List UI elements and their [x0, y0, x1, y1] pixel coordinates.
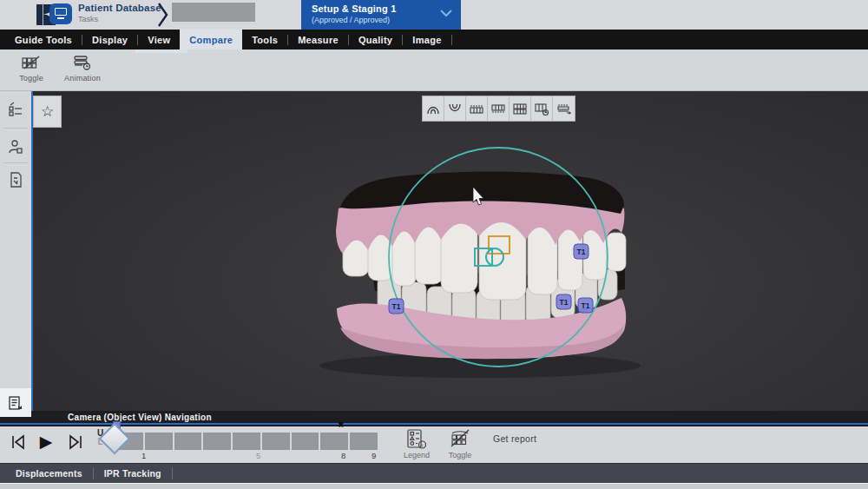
menu-divider: [451, 35, 452, 45]
tab-quality[interactable]: Quality: [349, 30, 402, 50]
svg-text:T1: T1: [577, 248, 586, 256]
patient-name-redacted: [172, 3, 255, 22]
tooth-label-badge[interactable]: T1: [389, 299, 404, 314]
app-window: Patient Database Tasks Setup & Staging 1…: [0, 0, 868, 489]
patient-database-title: Patient Database: [78, 3, 161, 13]
3d-viewport[interactable]: T1 T1 T1 T1: [33, 91, 868, 411]
lower-teeth-row-icon[interactable]: [488, 96, 510, 121]
svg-text:T1: T1: [560, 298, 569, 307]
favorite-view-button[interactable]: ☆: [33, 96, 62, 128]
skip-to-start-button[interactable]: [7, 431, 30, 453]
stage-tick-5: 5: [256, 451, 260, 460]
patient-database-section[interactable]: Patient Database Tasks: [78, 3, 161, 23]
main-area: T1 T1 T1 T1: [0, 91, 868, 411]
stage-segment[interactable]: [262, 433, 290, 450]
view-toggle-toolbar: [422, 96, 575, 122]
camera-navigation-bar: Camera (Object View) Navigation: [0, 411, 868, 425]
checklist-icon: [7, 102, 24, 119]
stage-segment[interactable]: [350, 433, 378, 450]
sidebar-divider: [3, 162, 28, 163]
stage-tick-8: 8: [341, 451, 345, 460]
top-bar: Patient Database Tasks Setup & Staging 1…: [0, 0, 868, 30]
tab-compare[interactable]: Compare: [180, 30, 242, 50]
tab-ipr-tracking[interactable]: IPR Tracking: [94, 464, 172, 483]
ribbon-toolbar: Toggle Animation: [0, 50, 868, 91]
screen-bottom-edge: [0, 483, 868, 489]
stage-segment[interactable]: [320, 433, 348, 450]
occlusion-rows-icon[interactable]: [510, 96, 531, 121]
tab-displacements[interactable]: Displacements: [5, 464, 93, 483]
star-icon: ☆: [41, 102, 54, 121]
teeth-compare-icon[interactable]: [531, 96, 553, 121]
topbar-divider: [43, 3, 43, 26]
stage-segment[interactable]: [203, 433, 231, 450]
tab-view[interactable]: View: [138, 30, 180, 50]
lower-arch-icon[interactable]: [444, 96, 466, 121]
toggle-teeth-slash-icon: [449, 428, 471, 450]
stage-segment[interactable]: [174, 433, 202, 450]
play-button[interactable]: ▶: [35, 431, 57, 453]
stage-segment[interactable]: [292, 433, 319, 450]
document-icon: [7, 171, 24, 188]
ribbon-animation-label: Animation: [57, 74, 108, 83]
toggle-teeth-icon: [21, 55, 42, 70]
sidebar-report-panel-button[interactable]: [0, 388, 31, 417]
stage-segment[interactable]: [233, 433, 260, 450]
tooth-label-badge[interactable]: T1: [578, 298, 593, 313]
active-tab-connector: [135, 50, 187, 53]
monitor-stand-glyph: [57, 17, 64, 19]
legend-label: Legend: [398, 451, 436, 459]
tooth-label-badge[interactable]: T1: [574, 244, 589, 259]
animation-icon: [72, 55, 93, 70]
skip-to-end-button[interactable]: [64, 431, 87, 453]
monitor-glyph: [55, 8, 67, 16]
ribbon-toggle-button[interactable]: Toggle: [10, 55, 52, 83]
tab-tools[interactable]: Tools: [242, 30, 287, 50]
stage-timeline-bar: ▶ U L ✖ 1 5 8 9: [0, 426, 868, 463]
tab-image[interactable]: Image: [403, 30, 450, 50]
dental-model-canvas: T1 T1 T1 T1: [33, 91, 868, 411]
stage-selector[interactable]: Setup & Staging 1 (Approved / Approved): [301, 0, 461, 30]
svg-text:T1: T1: [392, 302, 401, 311]
stage-selector-title: Setup & Staging 1: [312, 3, 397, 14]
ribbon-toggle-label: Toggle: [10, 74, 52, 83]
get-report-button[interactable]: Get report: [493, 433, 536, 444]
tab-guide-tools[interactable]: Guide Tools: [5, 30, 82, 50]
timeline-toggle-label: Toggle: [441, 451, 479, 459]
tab-display[interactable]: Display: [82, 30, 137, 50]
legend-button[interactable]: i Legend: [398, 428, 436, 459]
tooth-label-badge[interactable]: T1: [556, 294, 571, 309]
report-panel-icon: [7, 394, 24, 412]
svg-text:T1: T1: [582, 301, 590, 310]
left-sidebar: [0, 91, 31, 411]
stage-segments-track: [115, 433, 378, 450]
stage-list-icon[interactable]: [553, 96, 575, 121]
menu-bar: Guide Tools Display View Compare Tools M…: [0, 30, 868, 50]
patient-icon: [7, 138, 24, 155]
sidebar-patient-button[interactable]: [0, 131, 31, 162]
sidebar-plan-list-button[interactable]: [0, 95, 31, 126]
stage-tick-9: 9: [372, 451, 376, 460]
legend-icon: i: [405, 428, 428, 450]
ribbon-animation-button[interactable]: Animation: [57, 55, 108, 83]
patient-database-icon[interactable]: [49, 3, 72, 24]
sidebar-document-button[interactable]: [0, 164, 31, 195]
stage-segment[interactable]: [145, 433, 173, 450]
svg-text:i: i: [422, 443, 423, 448]
stage-tick-1: 1: [141, 451, 146, 460]
tab-measure[interactable]: Measure: [288, 30, 348, 50]
timeline-toggle-button[interactable]: Toggle: [441, 428, 479, 459]
sidebar-divider: [3, 128, 28, 129]
play-icon: ▶: [40, 433, 53, 452]
stage-end-marker[interactable]: ✖: [338, 420, 345, 429]
upper-arch-icon[interactable]: [423, 96, 444, 121]
chevron-down-icon: [440, 10, 452, 17]
breadcrumb-chevron-icon: [158, 3, 168, 27]
upper-teeth-row-icon[interactable]: [466, 96, 488, 121]
bottom-tab-divider: [172, 467, 173, 479]
camera-navigation-label: Camera (Object View) Navigation: [68, 413, 212, 422]
patient-database-subtitle: Tasks: [78, 15, 161, 23]
stage-selector-subtitle: (Approved / Approved): [312, 16, 390, 24]
bottom-tab-bar: Displacements IPR Tracking: [0, 463, 868, 483]
